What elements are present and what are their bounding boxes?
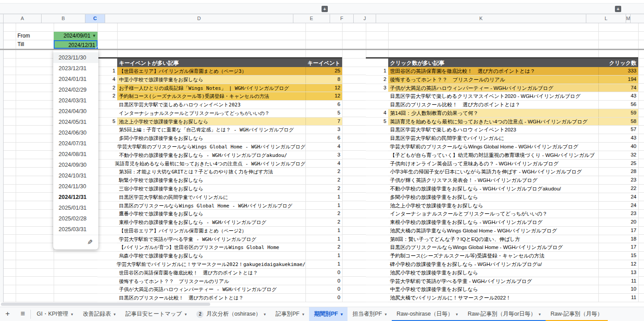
article-title-cell[interactable]: 学芸大学駅前のプリスクールならWings Global Home - WGHバイ…	[115, 143, 305, 151]
rank-cell[interactable]: 2	[366, 76, 388, 84]
rank-cell[interactable]	[366, 193, 388, 202]
key-event-count-cell[interactable]: 2	[305, 185, 342, 193]
key-event-count-cell[interactable]: 3	[305, 151, 342, 159]
click-count-cell[interactable]: 28	[598, 168, 638, 176]
article-title-cell[interactable]: 後悔するってホント？？ プリスクールのリアル	[117, 277, 305, 285]
rank-header-cell[interactable]	[366, 59, 388, 67]
click-count-cell[interactable]: 18	[598, 235, 638, 243]
rank-cell[interactable]	[97, 294, 117, 302]
key-event-count-cell[interactable]: 0	[305, 269, 342, 277]
dropdown-option[interactable]: 2024/12/31	[53, 192, 98, 203]
click-count-cell[interactable]: 59	[598, 109, 638, 117]
article-title-cell[interactable]: インターナショナルスクールとプリスクールってどっちがいいの？	[388, 210, 598, 218]
rank-cell[interactable]	[97, 210, 117, 218]
click-count-cell[interactable]: 43	[598, 134, 638, 142]
column-header[interactable]: K	[376, 14, 586, 23]
column-header[interactable]: D	[105, 14, 293, 23]
key-event-count-cell[interactable]: 2	[305, 218, 342, 226]
column-header[interactable]: J	[354, 14, 376, 23]
article-title-cell[interactable]: 多聞小学校の放課後学童をお探しなら	[117, 134, 305, 142]
article-title-cell[interactable]: 英語育児を始めるなら最初に知っておきたい4つの注意点 - WGHバイリンガルブロ…	[388, 118, 598, 126]
rank-cell[interactable]	[366, 277, 388, 286]
column-header[interactable]: F	[330, 14, 354, 23]
rank-cell[interactable]	[97, 185, 117, 193]
key-event-count-cell[interactable]: 6	[305, 101, 342, 109]
dropdown-option[interactable]: 2024/09/30	[53, 160, 98, 170]
horizontal-scrollbar[interactable]	[1, 303, 210, 306]
article-title-cell[interactable]: 烏森小学校で放課後学童をお探しなら	[117, 252, 305, 260]
key-event-count-cell[interactable]: 1	[305, 193, 342, 201]
article-title-cell[interactable]: 第8回：賢い子ってどんな子？IQとEQの違い、伸ばし方	[388, 235, 598, 243]
article-title-cell[interactable]: 不動小学校の放課後学童をお探しなら - WGHバイリンガルブログakudou/	[117, 151, 305, 159]
rank-cell[interactable]	[366, 260, 388, 269]
rank-cell[interactable]	[97, 193, 117, 202]
rank-cell[interactable]	[366, 176, 388, 185]
article-title-cell[interactable]: 目黒区のプリスクール比較！ 選び方のポイントとは？	[117, 294, 305, 302]
article-title-cell[interactable]: 第5回上編：子育てに重要な「自己肯定感」とは？ - WGHバイリンガルブログ	[117, 126, 305, 134]
article-title-cell[interactable]: 東根小学校の放課後学童をお探しなら - WGHバイリンガルブログ	[388, 218, 598, 226]
key-event-count-cell[interactable]: 1	[305, 202, 342, 210]
article-title-cell[interactable]: 目黒区のプリスクール比較！ 選び方のポイントとは？	[388, 101, 598, 109]
rank-cell[interactable]	[366, 235, 388, 244]
click-count-cell[interactable]: 17	[598, 227, 638, 235]
rank-cell[interactable]	[97, 202, 117, 210]
rank-cell[interactable]	[366, 168, 388, 176]
article-title-cell[interactable]: 中里小学校で放課後学童をお探しなら	[117, 76, 305, 84]
dropdown-option[interactable]: 2024/06/30	[53, 127, 98, 138]
click-count-cell[interactable]: 32	[598, 151, 638, 159]
dropdown-option[interactable]: 2023/11/30	[53, 52, 98, 63]
table-title[interactable]: クリック数が多い記事	[388, 59, 598, 67]
key-event-count-cell[interactable]: 6	[305, 134, 342, 142]
rank-cell[interactable]	[97, 243, 117, 252]
rank-cell[interactable]	[366, 126, 388, 134]
rank-cell[interactable]	[366, 134, 388, 143]
key-event-count-cell[interactable]: 1	[305, 260, 342, 268]
column-header[interactable]: B	[42, 14, 85, 23]
rank-cell[interactable]	[97, 151, 117, 160]
article-title-cell[interactable]: 池之上小学校で放課後学童をお探しなら	[117, 118, 305, 126]
rank-cell[interactable]	[97, 126, 117, 134]
article-title-cell[interactable]: 後悔するってホント？？ プリスクールのリアル	[388, 76, 598, 84]
key-event-count-cell[interactable]: 0	[305, 277, 342, 285]
article-title-cell[interactable]: 【世田谷エリア】バイリンガル保育園まとめ（ページ2）	[117, 227, 305, 235]
click-count-cell[interactable]: 23	[598, 176, 638, 184]
click-count-cell[interactable]: 10	[598, 285, 638, 293]
rank-cell[interactable]	[97, 143, 115, 151]
dropdown-option[interactable]: 2025/02/28	[53, 213, 98, 224]
dropdown-option[interactable]: 2024/03/31	[53, 95, 98, 106]
sheet-tab[interactable]: Raw-記事別（月毎）	[546, 307, 608, 321]
rank-cell[interactable]	[366, 185, 388, 193]
column-header[interactable]: A	[4, 14, 42, 23]
dropdown-option[interactable]: 2024/10/31	[53, 170, 98, 181]
sheet-tab[interactable]: 2 月次分析（oshirase） ▾	[191, 307, 271, 321]
column-header[interactable]: E	[293, 14, 330, 23]
rank-cell[interactable]	[97, 218, 117, 227]
article-title-cell[interactable]: 子供向けオンライン英会話って意味あるの？ - WGHバイリンガルブログ	[388, 160, 598, 168]
rank-cell[interactable]	[97, 260, 115, 269]
key-event-count-cell[interactable]: 12	[305, 92, 342, 100]
rank-cell[interactable]: 1	[97, 67, 117, 76]
key-event-count-cell[interactable]: 8	[305, 76, 342, 84]
rank-cell[interactable]	[97, 285, 117, 294]
click-count-cell[interactable]: 17	[598, 243, 638, 251]
dropdown-option[interactable]: 2025/03/31	[53, 224, 98, 235]
dropdown-option[interactable]: 2023/12/31	[53, 63, 98, 74]
key-event-count-cell[interactable]: 1	[305, 252, 342, 260]
expand-hidden-columns-button[interactable]: +	[615, 6, 621, 12]
rank-cell[interactable]	[97, 168, 117, 176]
rank-cell[interactable]	[366, 218, 388, 227]
article-title-cell[interactable]: 三宿小学校で放課後学童をお探しなら	[117, 185, 305, 193]
article-title-cell[interactable]: 【世田谷エリア】バイリンガル保育園まとめ（ページ3）	[117, 67, 305, 75]
rank-cell[interactable]: 4	[366, 109, 388, 118]
key-event-count-cell[interactable]: 4	[305, 160, 342, 168]
key-event-count-cell[interactable]: 12	[305, 84, 342, 92]
article-title-cell[interactable]: 目黒区のプリスクールならWings Global Home - WGHバイリンガ…	[388, 243, 598, 251]
rank-cell[interactable]	[366, 285, 388, 294]
value-column-header[interactable]: キーイベント	[305, 59, 342, 67]
click-count-cell[interactable]: 22	[598, 185, 638, 193]
from-label-cell[interactable]: From	[16, 32, 54, 40]
key-event-count-cell[interactable]: 25	[305, 67, 342, 75]
article-title-cell[interactable]: 子供が大満足の英語ハロウィンパーティー - WGHバイリンガルブログ	[388, 84, 598, 92]
chevron-down-icon[interactable]: ▼	[92, 32, 96, 40]
dropdown-option[interactable]: 2024/05/31	[53, 117, 98, 127]
